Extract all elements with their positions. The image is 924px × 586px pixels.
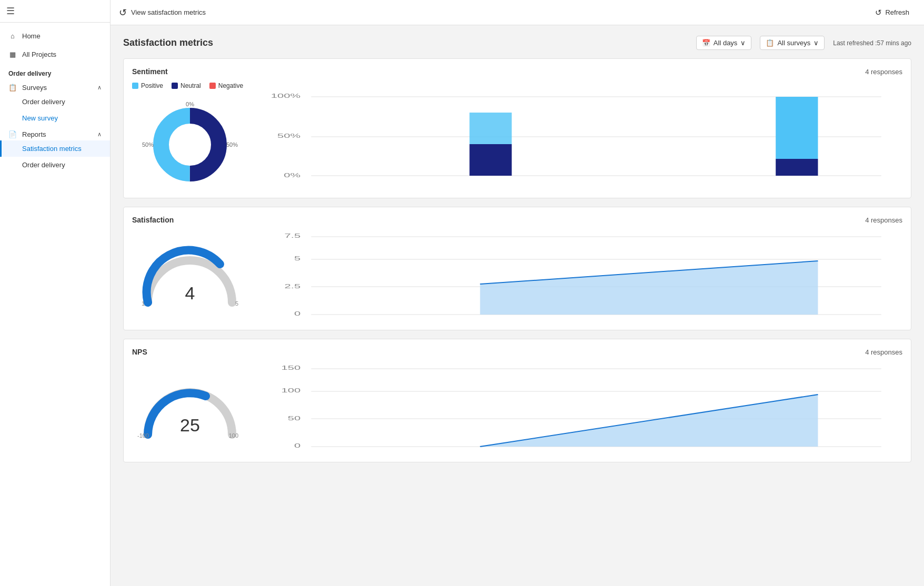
svg-rect-11: [776, 159, 818, 176]
order-delivery-survey-label: Order delivery: [22, 98, 65, 106]
reports-icon: 📄: [8, 130, 17, 138]
nps-gauge-value: 25: [180, 415, 200, 436]
donut-chart: 0% 50% 50%: [145, 100, 235, 189]
nps-card-header: NPS 4 responses: [132, 348, 902, 356]
satisfaction-gauge-section: 4 1 5: [132, 239, 248, 313]
svg-rect-9: [469, 144, 511, 176]
donut-label-top: 0%: [186, 101, 194, 107]
neutral-label: Neutral: [180, 82, 201, 89]
negative-dot: [209, 83, 216, 89]
satisfaction-gauge-min: 1: [142, 300, 145, 307]
satisfaction-title: Satisfaction: [132, 216, 174, 224]
sidebar: ☰ ⌂ Home ▦ All Projects Order delivery 📋…: [0, 0, 111, 586]
sentiment-donut-section: Positive Neutral Negative: [132, 82, 248, 189]
donut-label-left: 50%: [142, 142, 154, 148]
all-surveys-label: All surveys: [777, 39, 810, 47]
satisfaction-gauge-value: 4: [185, 283, 195, 304]
svg-text:0%: 0%: [284, 171, 300, 178]
sentiment-card: Sentiment 4 responses Positive Neutral: [123, 58, 911, 198]
svg-text:7/17: 7/17: [469, 451, 491, 452]
satisfaction-gauge: 4 1 5: [137, 245, 243, 313]
positive-dot: [132, 83, 138, 89]
satisfaction-area-chart: 7.5 5 2.5 0: [269, 230, 902, 321]
nps-card: NPS 4 responses: [123, 339, 911, 462]
sidebar-item-satisfaction-metrics[interactable]: Satisfaction metrics: [0, 140, 110, 157]
survey-filter-icon: 📋: [766, 39, 774, 47]
svg-text:7/17: 7/17: [479, 178, 502, 179]
main-area: ↺ View satisfaction metrics ↺ Refresh Sa…: [111, 0, 924, 586]
sentiment-card-body: Positive Neutral Negative: [132, 82, 902, 189]
all-days-label: All days: [714, 39, 738, 47]
all-days-filter[interactable]: 📅 All days ∨: [696, 36, 752, 50]
sidebar-item-new-survey[interactable]: New survey: [0, 110, 110, 126]
nps-area-chart: 150 100 50 0 7/17: [269, 362, 902, 453]
nps-responses: 4 responses: [865, 348, 902, 356]
svg-text:100%: 100%: [271, 92, 300, 99]
svg-text:7/20: 7/20: [807, 451, 829, 452]
svg-text:0: 0: [294, 442, 301, 449]
legend-positive: Positive: [132, 82, 163, 89]
all-surveys-filter[interactable]: 📋 All surveys ∨: [760, 36, 825, 50]
refresh-icon: ↺: [875, 8, 882, 17]
svg-text:2.5: 2.5: [285, 283, 301, 290]
reports-section-header[interactable]: 📄 Reports ∧: [0, 126, 110, 140]
projects-icon: ▦: [8, 50, 17, 58]
sidebar-item-order-delivery-survey[interactable]: Order delivery: [0, 94, 110, 110]
sentiment-title: Sentiment: [132, 67, 168, 76]
reports-chevron-icon: ∧: [97, 131, 102, 138]
home-label: Home: [22, 32, 41, 40]
nps-gauge-min: -100: [137, 432, 149, 439]
new-survey-label: New survey: [22, 114, 58, 122]
svg-rect-10: [469, 113, 511, 144]
hamburger-icon[interactable]: ☰: [6, 5, 15, 17]
svg-text:7/20: 7/20: [786, 178, 808, 179]
nps-gauge-max: 100: [229, 432, 238, 439]
surveys-section-header[interactable]: 📋 Surveys ∧: [0, 79, 110, 94]
legend-negative: Negative: [209, 82, 243, 89]
sentiment-legend: Positive Neutral Negative: [132, 82, 243, 89]
nps-gauge: 25 -100 100: [137, 377, 243, 445]
topbar: ↺ View satisfaction metrics ↺ Refresh: [111, 0, 924, 25]
refresh-button[interactable]: ↺ Refresh: [869, 5, 916, 21]
sentiment-responses: 4 responses: [865, 68, 902, 76]
home-icon: ⌂: [8, 32, 17, 40]
donut-label-right: 50%: [226, 142, 238, 148]
svg-text:50%: 50%: [277, 132, 300, 139]
satisfaction-metrics-label: Satisfaction metrics: [22, 145, 82, 153]
legend-neutral: Neutral: [172, 82, 201, 89]
topbar-title: View satisfaction metrics: [131, 8, 206, 16]
sidebar-item-all-projects[interactable]: ▦ All Projects: [0, 45, 110, 64]
svg-text:5: 5: [294, 255, 300, 262]
satisfaction-responses: 4 responses: [865, 216, 902, 224]
header-controls: 📅 All days ∨ 📋 All surveys ∨ Last refres…: [696, 36, 911, 50]
svg-text:50: 50: [288, 415, 301, 422]
surveys-header-left: 📋 Surveys: [8, 84, 47, 92]
refresh-topbar-icon: ↺: [119, 7, 127, 18]
sidebar-header: ☰: [0, 0, 110, 23]
nps-card-body: 25 -100 100 150 100 50 0: [132, 362, 902, 453]
satisfaction-gauge-max: 5: [235, 300, 238, 307]
all-days-chevron-icon: ∨: [740, 39, 746, 47]
sidebar-nav: ⌂ Home ▦ All Projects Order delivery 📋 S…: [0, 23, 110, 177]
svg-text:0: 0: [294, 310, 301, 317]
reports-header-left: 📄 Reports: [8, 130, 46, 138]
svg-marker-23: [480, 261, 818, 315]
svg-rect-12: [776, 97, 818, 159]
satisfaction-card: Satisfaction 4 responses: [123, 207, 911, 330]
nps-title: NPS: [132, 348, 147, 356]
sidebar-item-order-delivery-report[interactable]: Order delivery: [0, 157, 110, 173]
page-title: Satisfaction metrics: [123, 37, 213, 48]
section-order-delivery: Order delivery: [0, 64, 110, 79]
surveys-chevron-icon: ∧: [97, 84, 102, 91]
negative-label: Negative: [218, 82, 243, 89]
sentiment-bar-chart: 100% 50% 0%: [269, 90, 902, 181]
surveys-label: Surveys: [22, 84, 47, 92]
sidebar-item-home[interactable]: ⌂ Home: [0, 27, 110, 45]
nps-gauge-section: 25 -100 100: [132, 371, 248, 445]
reports-label: Reports: [22, 130, 46, 138]
content-area: Satisfaction metrics 📅 All days ∨ 📋 All …: [111, 25, 924, 586]
refresh-label: Refresh: [885, 8, 909, 16]
last-refreshed-label: Last refreshed :57 mins ago: [833, 39, 911, 47]
svg-text:7/20: 7/20: [807, 319, 829, 320]
svg-text:150: 150: [281, 365, 300, 371]
